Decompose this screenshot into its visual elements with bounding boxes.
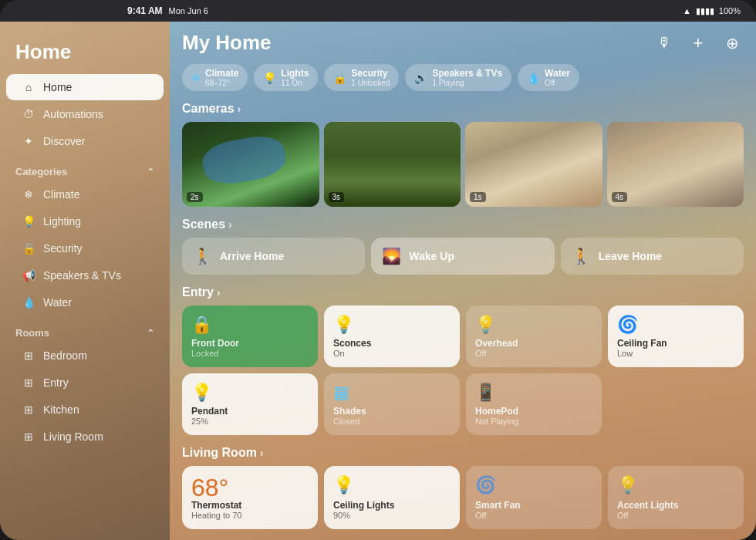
sidebar-speakers-label: Speakers & TVs bbox=[43, 269, 121, 282]
sidebar-lighting-label: Lighting bbox=[43, 215, 81, 228]
water-pill[interactable]: 💧 Water Off bbox=[518, 64, 579, 91]
cam-living-timestamp: 1s bbox=[470, 192, 486, 202]
accent-lights-name: Accent Lights bbox=[617, 500, 734, 511]
lights-pill-label: Lights bbox=[281, 68, 309, 79]
add-button[interactable]: + bbox=[687, 32, 710, 55]
security-pill-label: Security bbox=[351, 68, 390, 79]
sidebar-water-label: Water bbox=[43, 296, 72, 309]
speakers-pill[interactable]: 🔊 Speakers & TVs 1 Playing bbox=[405, 64, 511, 91]
discover-icon: ✦ bbox=[22, 134, 35, 148]
voice-button[interactable]: 🎙 bbox=[653, 32, 676, 55]
cameras-section-header[interactable]: Cameras › bbox=[182, 102, 744, 116]
ceiling-fan-status: Low bbox=[617, 349, 734, 358]
sconces-status: On bbox=[333, 349, 451, 358]
sidebar-title: Home bbox=[0, 34, 170, 73]
kitchen-icon: ⊞ bbox=[22, 403, 35, 417]
home-icon: ⌂ bbox=[22, 80, 35, 94]
ceiling-lights-icon: 💡 bbox=[333, 475, 451, 495]
cam-pool-timestamp: 2s bbox=[187, 192, 203, 202]
security-pill[interactable]: 🔒 Security 1 Unlocked bbox=[324, 64, 399, 91]
ipad-frame: 9:41 AM Mon Jun 6 ▲ ▮▮▮▮ 100% Home ⌂ Hom… bbox=[0, 0, 756, 540]
device-homepod[interactable]: 📱 HomePod Not Playing bbox=[466, 373, 602, 435]
header-actions: 🎙 + ⊕ bbox=[653, 32, 744, 55]
device-pendant[interactable]: 💡 Pendant 25% bbox=[182, 373, 318, 435]
status-time: 9:41 AM bbox=[127, 5, 163, 16]
scene-arrive[interactable]: 🚶 Arrive Home bbox=[182, 238, 365, 275]
sidebar: Home ⌂ Home ⏱ Automations ✦ Discover Cat… bbox=[0, 22, 170, 540]
device-smart-fan[interactable]: 🌀 Smart Fan Off bbox=[466, 466, 602, 529]
device-overhead[interactable]: 💡 Overhead Off bbox=[466, 305, 602, 367]
entry-room-header[interactable]: Entry › bbox=[182, 285, 744, 299]
device-sconces[interactable]: 💡 Sconces On bbox=[324, 305, 460, 367]
living-room-section: Living Room › 68° Thermostat Heating to … bbox=[182, 446, 744, 529]
device-ceiling-fan[interactable]: 🌀 Ceiling Fan Low bbox=[608, 305, 744, 367]
speakers-pill-icon: 🔊 bbox=[414, 72, 427, 84]
smart-fan-icon: 🌀 bbox=[475, 475, 592, 495]
leave-icon: 🚶 bbox=[572, 247, 591, 265]
camera-bedroom[interactable]: 4s bbox=[607, 122, 744, 207]
scenes-title: Scenes bbox=[182, 218, 225, 231]
sidebar-item-kitchen[interactable]: ⊞ Kitchen bbox=[6, 397, 164, 423]
water-pill-label: Water bbox=[545, 68, 570, 79]
sidebar-item-speakers[interactable]: 📢 Speakers & TVs bbox=[6, 262, 164, 289]
sidebar-item-home[interactable]: ⌂ Home bbox=[6, 74, 164, 100]
speakers-pill-text: Speakers & TVs 1 Playing bbox=[432, 68, 502, 87]
sidebar-item-security[interactable]: 🔒 Security bbox=[6, 235, 164, 262]
overhead-name: Overhead bbox=[475, 338, 592, 349]
climate-pill-sub: 68–72° bbox=[205, 79, 238, 87]
homepod-name: HomePod bbox=[475, 406, 592, 417]
device-accent-lights[interactable]: 💡 Accent Lights Off bbox=[608, 466, 744, 529]
climate-pill-label: Climate bbox=[205, 68, 238, 79]
scenes-section-header[interactable]: Scenes › bbox=[182, 218, 744, 231]
main-content: My Home 🎙 + ⊕ ❄ Climate 68–72° 💡 bbox=[170, 22, 756, 540]
ceiling-lights-name: Ceiling Lights bbox=[333, 500, 451, 511]
sidebar-item-automations[interactable]: ⏱ Automations bbox=[6, 101, 164, 127]
pool-shape bbox=[200, 132, 288, 188]
lights-pill[interactable]: 💡 Lights 11 On bbox=[254, 64, 318, 91]
security-pill-icon: 🔒 bbox=[333, 72, 346, 84]
accent-lights-status: Off bbox=[617, 511, 734, 520]
device-shades[interactable]: ▦ Shades Closed bbox=[324, 373, 460, 435]
lights-pill-sub: 11 On bbox=[281, 79, 309, 87]
sidebar-item-climate[interactable]: ❄ Climate bbox=[6, 181, 164, 208]
water-pill-sub: Off bbox=[545, 79, 570, 87]
camera-living[interactable]: 1s bbox=[465, 122, 602, 207]
thermostat-status: Heating to 70 bbox=[191, 511, 309, 520]
camera-garage[interactable]: 3s bbox=[324, 122, 461, 207]
sidebar-item-lighting[interactable]: 💡 Lighting bbox=[6, 208, 164, 235]
arrive-icon: 🚶 bbox=[193, 247, 212, 265]
sidebar-item-discover[interactable]: ✦ Discover bbox=[6, 128, 164, 154]
scene-leave[interactable]: 🚶 Leave Home bbox=[561, 238, 744, 275]
sidebar-item-entry[interactable]: ⊞ Entry bbox=[6, 370, 164, 396]
scene-wakeup[interactable]: 🌄 Wake Up bbox=[371, 238, 554, 275]
cam-pool-content bbox=[182, 122, 319, 207]
shades-info: Shades Closed bbox=[333, 406, 451, 426]
device-ceiling-lights[interactable]: 💡 Ceiling Lights 90% bbox=[324, 466, 460, 529]
cameras-strip: 2s 3s 1s 4s bbox=[182, 122, 744, 207]
sidebar-item-bedroom[interactable]: ⊞ Bedroom bbox=[6, 343, 164, 369]
categories-section[interactable]: Categories ⌃ bbox=[0, 155, 170, 181]
device-front-door[interactable]: 🔒 Front Door Locked bbox=[182, 305, 318, 367]
sconces-info: Sconces On bbox=[333, 338, 451, 358]
pendant-name: Pendant bbox=[191, 406, 309, 417]
living-room-header[interactable]: Living Room › bbox=[182, 446, 744, 460]
sidebar-kitchen-label: Kitchen bbox=[43, 403, 79, 416]
homepod-icon: 📱 bbox=[475, 383, 592, 403]
entry-room-section: Entry › 🔒 Front Door Locked 💡 bbox=[182, 285, 744, 435]
camera-pool[interactable]: 2s bbox=[182, 122, 319, 207]
entry-icon: ⊞ bbox=[22, 376, 35, 390]
main-layout: Home ⌂ Home ⏱ Automations ✦ Discover Cat… bbox=[0, 0, 756, 540]
rooms-section[interactable]: Rooms ⌃ bbox=[0, 316, 170, 342]
climate-pill[interactable]: ❄ Climate 68–72° bbox=[182, 64, 248, 91]
device-thermostat[interactable]: 68° Thermostat Heating to 70 bbox=[182, 466, 318, 529]
sidebar-security-label: Security bbox=[43, 242, 83, 255]
sidebar-climate-label: Climate bbox=[43, 188, 79, 201]
more-button[interactable]: ⊕ bbox=[721, 32, 744, 55]
sidebar-item-livingroom[interactable]: ⊞ Living Room bbox=[6, 424, 164, 450]
sconces-icon: 💡 bbox=[333, 315, 451, 335]
sidebar-item-water[interactable]: 💧 Water bbox=[6, 289, 164, 316]
chevron-down-icon-2: ⌃ bbox=[147, 328, 154, 339]
thermostat-temp: 68° bbox=[191, 475, 228, 500]
entry-room-title: Entry bbox=[182, 285, 214, 299]
security-pill-sub: 1 Unlocked bbox=[351, 79, 390, 87]
